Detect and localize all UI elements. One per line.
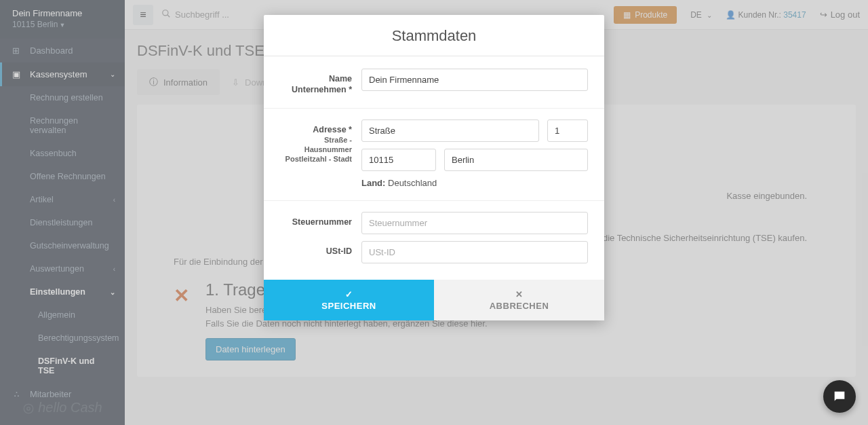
label-address: Adresse * [280, 124, 352, 135]
modal-title: Stammdaten [264, 27, 604, 45]
label-tax: Steuernummer [280, 217, 352, 227]
country-line: Land: Deutschland [361, 178, 588, 188]
company-name-input[interactable] [361, 69, 588, 91]
street-input[interactable] [361, 119, 539, 142]
stammdaten-modal: Stammdaten Name Unternehmen * Adresse * … [264, 15, 604, 320]
sublabel-street: Straße - Hausnummer [280, 135, 352, 155]
chat-icon [832, 389, 847, 404]
cancel-button[interactable]: ✕ ABBRECHEN [434, 280, 604, 320]
close-icon: ✕ [434, 289, 604, 299]
ustid-input[interactable] [361, 241, 588, 263]
tax-number-input[interactable] [361, 212, 588, 234]
label-ustid: USt-ID [280, 246, 352, 257]
housenumber-input[interactable] [547, 119, 588, 142]
chat-button[interactable] [823, 380, 856, 413]
sublabel-zip-city: Postleitzahl - Stadt [280, 154, 352, 164]
label-name: Name Unternehmen * [280, 73, 352, 96]
modal-footer: ✓ SPEICHERN ✕ ABBRECHEN [264, 280, 604, 320]
modal-header: Stammdaten [264, 15, 604, 56]
city-input[interactable] [444, 149, 588, 171]
check-icon: ✓ [264, 289, 434, 299]
save-button[interactable]: ✓ SPEICHERN [264, 280, 434, 320]
zip-input[interactable] [361, 149, 436, 171]
